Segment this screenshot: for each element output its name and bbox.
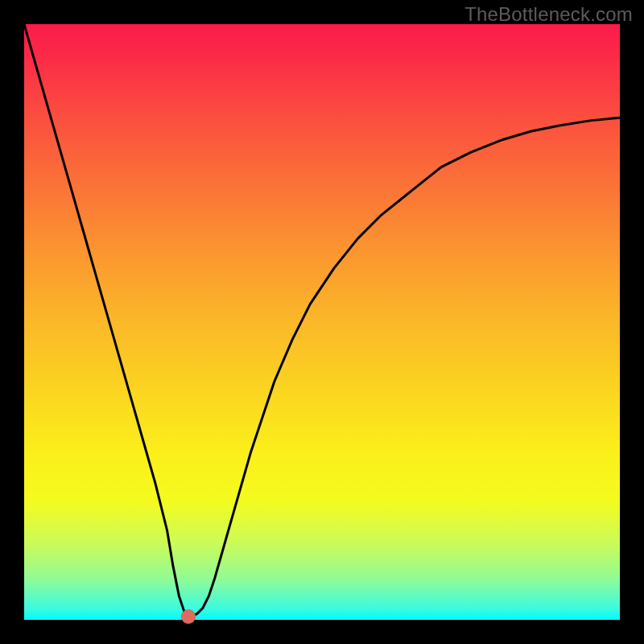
curve-path (24, 24, 620, 617)
watermark-text: TheBottleneck.com (464, 3, 633, 26)
minimum-marker (181, 609, 196, 624)
plot-area (24, 24, 620, 620)
chart-frame: TheBottleneck.com (0, 0, 644, 644)
bottleneck-curve (24, 24, 620, 620)
